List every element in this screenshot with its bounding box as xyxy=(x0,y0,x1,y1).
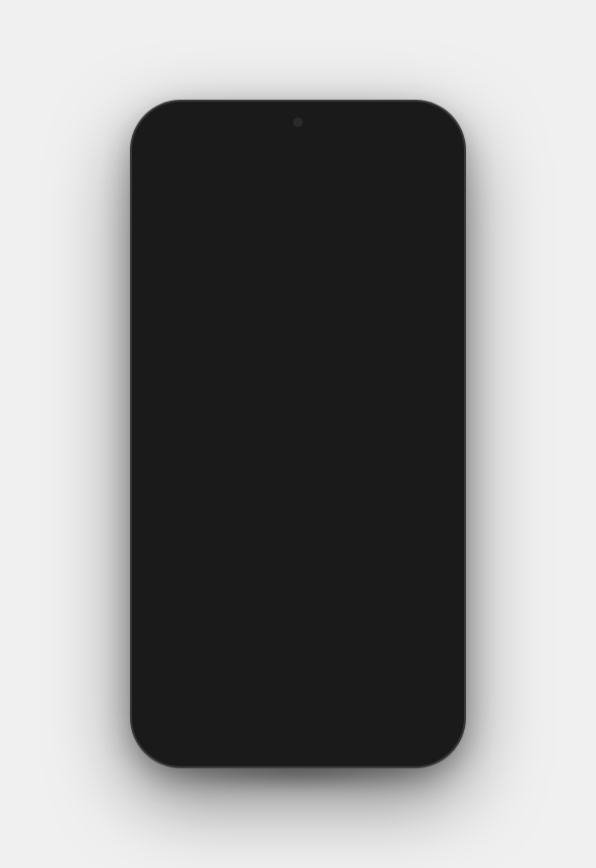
bottom-navigation: Perks Work xyxy=(144,688,452,755)
action-appreciate[interactable]: Appreciate xyxy=(159,263,237,312)
leaderboard-label: Leaderboard xyxy=(338,313,404,322)
phone-shadow xyxy=(165,757,431,786)
feed-recipient: Steven Smith xyxy=(219,478,293,492)
great-job-button[interactable]: 👍 Great Job xyxy=(159,390,245,407)
feed-title: Now Showing Global Feed xyxy=(159,422,298,436)
nominate-icon xyxy=(271,274,298,307)
great-job-label: Great Job xyxy=(188,392,234,404)
notifications-label: Notifications xyxy=(395,728,447,739)
feed-meta: John Oliver was appreciated by Steven Sm… xyxy=(219,460,424,506)
work-icon xyxy=(227,701,246,725)
svg-rect-24 xyxy=(282,651,290,657)
appreciate-icon xyxy=(185,274,212,307)
kudos-button[interactable]: 🏅 Kudos! xyxy=(354,390,426,407)
nav-notifications[interactable]: Notifications xyxy=(391,697,452,743)
appreciation-visual: Great Job Anthony Wood xyxy=(172,538,424,672)
feed-action: was appreciated by xyxy=(286,461,387,475)
svg-rect-25 xyxy=(294,653,302,658)
filter-icon[interactable] xyxy=(421,419,437,438)
feed-card-header: John Oliver was appreciated by Steven Sm… xyxy=(172,460,424,506)
kudos-icon: 🏅 xyxy=(364,392,378,405)
feed-message: Thanks for all the hard work. xyxy=(172,514,424,528)
svg-rect-23 xyxy=(272,653,279,658)
account-icon xyxy=(350,701,369,725)
logo-text: VANTAGECIRCLE xyxy=(250,173,370,188)
svg-point-30 xyxy=(356,704,363,712)
search-input[interactable]: Search for colleagues... xyxy=(196,223,330,238)
user-avatar[interactable] xyxy=(159,162,194,197)
leaderboard-icon xyxy=(357,274,384,307)
gift-icon: 🎁 xyxy=(392,171,411,190)
feed-card: John Oliver was appreciated by Steven Sm… xyxy=(159,448,437,684)
redeem-label: Redeem xyxy=(279,728,317,739)
svg-rect-5 xyxy=(362,287,366,297)
nav-perks[interactable]: Perks xyxy=(144,697,205,743)
appreciation-input-bar[interactable]: Start Appreciating here... xyxy=(159,326,437,378)
feed-names: John Oliver was appreciated by Steven Sm… xyxy=(219,460,424,494)
nav-account[interactable]: Account xyxy=(329,697,391,743)
thank-you-label: Thank You! xyxy=(281,392,335,404)
logo-stars-icon: ✦✦✦ xyxy=(217,173,246,187)
thumbs-icon: 👍 xyxy=(170,392,184,405)
thank-you-button[interactable]: 🎖️ Thank You! xyxy=(253,390,346,407)
nav-work[interactable]: Work xyxy=(205,697,267,743)
svg-point-9 xyxy=(182,341,193,353)
action-leaderboard[interactable]: Leaderboard xyxy=(331,263,410,312)
medal-icon: 🎖️ xyxy=(264,392,277,405)
notifications-icon xyxy=(411,701,431,725)
feed-header: Now Showing Global Feed xyxy=(144,413,452,444)
search-icon: 🔍 xyxy=(173,223,189,238)
appreciate-label: Appreciate xyxy=(171,313,227,322)
app-logo: ✦✦✦ VANTAGECIRCLE xyxy=(217,173,370,188)
svg-point-1 xyxy=(170,168,184,182)
screen-content: ✦✦✦ VANTAGECIRCLE 🎁 972 🔍 Search for col… xyxy=(144,113,452,755)
kudos-label: Kudos! xyxy=(382,392,415,404)
svg-point-2 xyxy=(166,182,188,197)
appreciation-placeholder[interactable]: Start Appreciating here... xyxy=(213,344,393,359)
feed-time: 1 day ago xyxy=(219,496,424,506)
current-user-avatar xyxy=(172,336,203,368)
points-value: 972 xyxy=(415,173,437,188)
tag-buttons-row: 👍 Great Job 🎖️ Thank You! 🏅 Kudos! xyxy=(144,382,452,414)
svg-rect-29 xyxy=(291,707,305,711)
app-header: ✦✦✦ VANTAGECIRCLE 🎁 972 xyxy=(144,113,452,207)
nominate-label: Nominate xyxy=(260,313,309,322)
action-nominate[interactable]: Nominate xyxy=(245,263,323,312)
appreciation-recipient-name: Anthony Wood xyxy=(184,566,412,584)
svg-point-4 xyxy=(196,281,200,284)
search-bar[interactable]: 🔍 Search for colleagues... xyxy=(159,215,437,245)
svg-rect-7 xyxy=(374,290,379,297)
svg-point-27 xyxy=(233,704,240,712)
phone-wrapper: ✦✦✦ VANTAGECIRCLE 🎁 972 🔍 Search for col… xyxy=(132,102,464,766)
avatar-face xyxy=(159,162,194,197)
badge-icon xyxy=(403,338,424,365)
quick-actions-row: Appreciate Nominate xyxy=(144,253,452,322)
feed-actor: John Oliver xyxy=(219,461,283,475)
svg-point-31 xyxy=(422,702,428,708)
account-label: Account xyxy=(342,728,377,739)
perks-icon xyxy=(165,701,185,725)
appreciation-type-label: Great Job xyxy=(184,549,412,564)
nav-redeem[interactable]: Redeem xyxy=(267,697,328,743)
perks-label: Perks xyxy=(162,728,188,739)
feed-user-avatar xyxy=(172,460,209,498)
points-display[interactable]: 🎁 972 xyxy=(392,171,437,190)
thumbs-visual xyxy=(184,591,412,660)
phone-screen: ✦✦✦ VANTAGECIRCLE 🎁 972 🔍 Search for col… xyxy=(144,113,452,755)
work-label: Work xyxy=(224,728,248,739)
redeem-icon xyxy=(288,701,308,725)
